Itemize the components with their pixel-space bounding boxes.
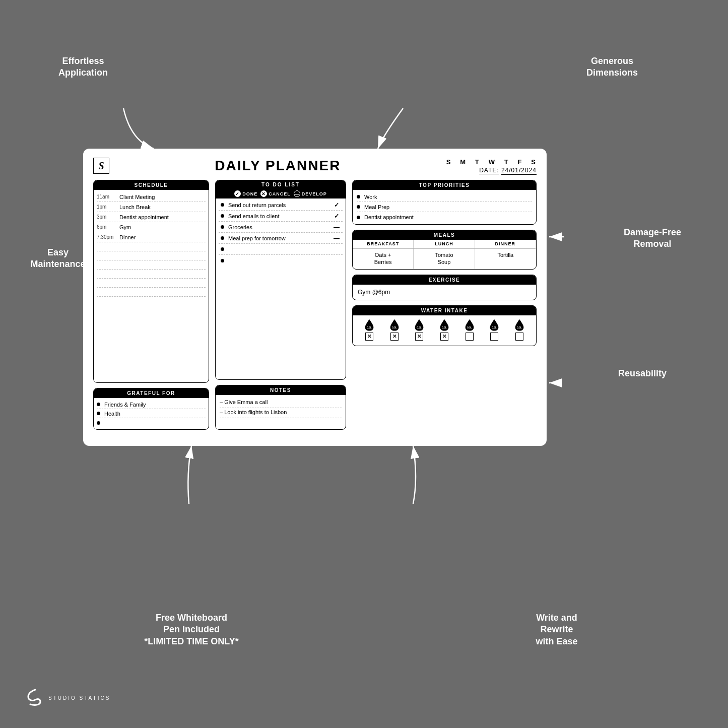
drop-icon: 0.5L (489, 318, 500, 332)
annotation-top-right: GenerousDimensions (562, 55, 663, 79)
grateful-item (97, 418, 206, 427)
grateful-content: Friends & Family Health (94, 398, 209, 429)
notes-header: NOTES (216, 385, 346, 395)
meals-header: MEALS (353, 230, 536, 240)
water-drop-item: 0.5L ✕ (389, 318, 400, 341)
todo-text: Send out return parcels (228, 202, 286, 208)
meals-section: MEALS BREAKFAST LUNCH DINNER Oats +Berri… (352, 230, 537, 270)
bullet-icon (221, 214, 224, 218)
schedule-row: 6pm Gym (97, 222, 206, 232)
priorities-header: TOP PRIORITIES (353, 180, 536, 190)
todo-dash: — (333, 224, 341, 231)
planner-card: S DAILY PLANNER S M T W T F S DATE: 24/0… (83, 149, 547, 446)
column-2: TO DO LIST ✓ DONE ✕ CANCEL — DEVELOP (215, 180, 346, 430)
schedule-task: Lunch Break (119, 204, 151, 210)
studio-name: STUDIO STATICS (48, 695, 110, 701)
water-drop-item: 0.5L (489, 318, 500, 341)
priorities-content: Work Meal Prep Dentist appointment (353, 190, 536, 224)
priority-item: Work (357, 192, 532, 202)
todo-section: TO DO LIST ✓ DONE ✕ CANCEL — DEVELOP (215, 180, 346, 380)
schedule-time: 1pm (97, 204, 119, 210)
cancel-badge: ✕ CANCEL (260, 190, 291, 197)
annotation-right-bottom: Reusability (597, 368, 688, 379)
todo-text: Send emails to client (228, 213, 280, 219)
todo-empty-row (219, 244, 343, 255)
todo-status-row: ✓ DONE ✕ CANCEL — DEVELOP (216, 189, 346, 198)
water-drop-item: 0.5L (514, 318, 525, 341)
bullet-icon (221, 225, 224, 229)
annotation-right-top: Damage-FreeRemoval (602, 227, 703, 250)
bullet-icon (221, 247, 224, 251)
schedule-empty-row (97, 297, 206, 306)
grateful-section: GRATEFUL FOR Friends & Family Health (93, 388, 209, 430)
svg-text:0.5L: 0.5L (417, 326, 422, 328)
meals-lunch-value: TomatoSoup (414, 248, 475, 269)
schedule-row: 7:30pm Dinner (97, 232, 206, 242)
bullet-icon (221, 203, 224, 207)
annotation-bottom-left: Free WhiteboardPen Included*LIMITED TIME… (126, 612, 257, 647)
drop-icon: 0.5L (364, 318, 375, 332)
bullet-icon (357, 216, 360, 219)
planner-body: SCHEDULE 11am Client Meeting 1pm Lunch B… (93, 180, 537, 430)
todo-dash: — (333, 235, 341, 242)
meals-breakfast-value: Oats +Berries (353, 248, 414, 269)
schedule-section: SCHEDULE 11am Client Meeting 1pm Lunch B… (93, 180, 209, 383)
svg-text:0.5L: 0.5L (367, 326, 371, 328)
planner-days: S M T W T F S (446, 158, 537, 166)
water-drop-item: 0.5L ✕ (364, 318, 375, 341)
water-content: 0.5L ✕ 0.5L (353, 315, 536, 346)
water-check-checked: ✕ (365, 333, 373, 341)
schedule-content: 11am Client Meeting 1pm Lunch Break 3pm … (94, 190, 209, 308)
schedule-time: 7:30pm (97, 234, 119, 240)
planner-date: DATE: 24/01/2024 (446, 167, 537, 174)
studio-s-icon (25, 688, 45, 708)
water-drop-item: 0.5L ✕ (414, 318, 425, 341)
schedule-empty-row (97, 288, 206, 297)
meals-col-dinner: DINNER (475, 240, 536, 248)
water-drops: 0.5L ✕ 0.5L (357, 318, 532, 341)
todo-text: Meal prep for tomorrow (228, 235, 286, 241)
water-check-empty (490, 333, 498, 341)
todo-item: Send out return parcels ✓ (219, 200, 343, 211)
schedule-task: Gym (119, 224, 131, 230)
todo-items: Send out return parcels ✓ Send emails to… (216, 198, 346, 267)
svg-text:0.5L: 0.5L (517, 326, 521, 328)
water-check-checked: ✕ (440, 333, 448, 341)
column-3: TOP PRIORITIES Work Meal Prep Dentist ap… (352, 180, 537, 430)
bullet-icon (97, 412, 100, 415)
schedule-time: 3pm (97, 214, 119, 220)
planner-title: DAILY PLANNER (215, 158, 341, 174)
bullet-icon (357, 205, 360, 209)
todo-text: Groceries (228, 224, 252, 230)
schedule-row: 3pm Dentist appointment (97, 212, 206, 222)
annotation-top-left: EffortlessApplication (33, 55, 134, 79)
exercise-value: Gym @6pm (358, 289, 390, 296)
water-drop-item: 0.5L ✕ (439, 318, 450, 341)
schedule-row: 11am Client Meeting (97, 192, 206, 202)
cancel-label: CANCEL (269, 191, 291, 196)
exercise-content: Gym @6pm (353, 285, 536, 300)
planner-logo: S (93, 158, 109, 174)
priority-item: Meal Prep (357, 202, 532, 212)
todo-empty-row (219, 255, 343, 266)
todo-item: Meal prep for tomorrow — (219, 233, 343, 244)
meals-dinner-value: Tortilla (475, 248, 536, 269)
bullet-icon (221, 236, 224, 240)
cancel-icon: ✕ (260, 190, 267, 197)
svg-text:0.5L: 0.5L (492, 326, 497, 328)
water-section: WATER INTAKE 0.5L ✕ (352, 305, 537, 346)
todo-checkmark: ✓ (333, 213, 341, 220)
drop-icon: 0.5L (414, 318, 425, 332)
bullet-icon (97, 421, 100, 425)
todo-item: Groceries — (219, 222, 343, 233)
drop-icon: 0.5L (439, 318, 450, 332)
schedule-header: SCHEDULE (94, 180, 209, 190)
schedule-empty-row (97, 251, 206, 260)
date-label: DATE: (479, 167, 499, 174)
schedule-task: Client Meeting (119, 194, 155, 200)
crossed-day: W (489, 158, 496, 166)
bullet-icon (221, 259, 224, 262)
schedule-time: 11am (97, 194, 119, 200)
schedule-time: 6pm (97, 224, 119, 230)
done-icon: ✓ (234, 190, 241, 197)
